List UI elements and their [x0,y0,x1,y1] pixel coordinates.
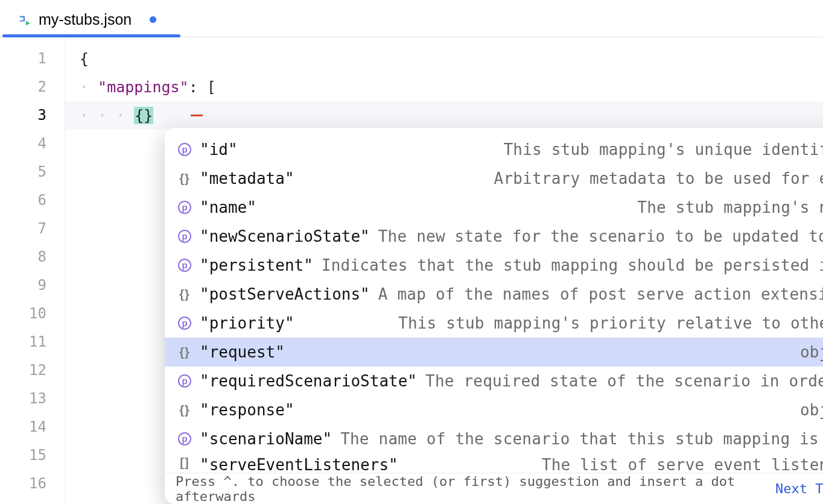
completion-item-name: "metadata" [200,169,294,187]
line-number: 7 [0,215,65,243]
object-icon: {} [178,288,191,301]
completion-tip: Press ^. to choose the selected (or firs… [176,474,775,504]
completion-popup: p "id" This stub mapping's unique identi… [165,128,823,504]
dirty-indicator-icon [150,16,156,23]
svg-marker-0 [26,20,30,25]
error-squiggle-icon [191,114,203,116]
completion-item[interactable]: p "id" This stub mapping's unique identi… [165,135,823,164]
property-icon: p [178,374,191,388]
completion-item[interactable]: p "newScenarioState" The new state for t… [165,222,823,251]
line-number: 8 [0,243,65,271]
object-icon: {} [178,172,191,185]
line-number: 2 [0,73,65,101]
property-icon: p [178,143,191,156]
completion-item-desc: The list of serve event listeners [407,456,823,473]
caret-position: {} [134,107,153,124]
completion-item-name: "persistent" [200,256,313,274]
completion-item[interactable]: [] "serveEventListeners" The list of ser… [165,453,823,473]
code-line[interactable]: { [65,45,823,73]
line-number: 6 [0,186,65,215]
completion-item[interactable]: p "persistent" Indicates that the stub m… [165,251,823,280]
completion-item-desc: The stub mapping's name [265,198,823,216]
completion-item-name: "scenarioName" [200,430,332,448]
file-tab-title: my-stubs.json [39,11,132,28]
completion-item[interactable]: {} "postServeActions" A map of the names… [165,280,823,309]
next-tip-link[interactable]: Next Tip [775,481,823,496]
line-number: 13 [0,385,65,413]
tab-bar: my-stubs.json [0,0,823,37]
line-number: 4 [0,130,65,158]
property-icon: p [178,259,191,272]
completion-item-name: "request" [200,343,285,361]
line-number: 10 [0,300,65,328]
http-json-file-icon [18,13,31,27]
completion-item[interactable]: p "scenarioName" The name of the scenari… [165,424,823,453]
completion-item-desc: The required state of the scenario in or… [425,372,823,390]
completion-item-name: "serveEventListeners" [200,456,398,473]
line-number: 1 [0,45,65,73]
completion-item[interactable]: {} "response" object [165,395,823,424]
code-area[interactable]: { · "mappings": [ · · · {} p "id" This s… [65,37,823,504]
completion-item-desc: This stub mapping's unique identifier [246,140,823,159]
completion-item-name: "response" [200,401,294,419]
completion-item-name: "newScenarioState" [200,227,370,245]
line-number: 16 [0,470,65,498]
completion-item[interactable]: p "name" The stub mapping's name [165,193,823,222]
completion-item-name: "requiredScenarioState" [200,372,417,390]
property-icon: p [178,230,191,243]
completion-footer: Press ^. to choose the selected (or firs… [165,473,823,504]
completion-item-desc: A map of the names of post serve action … [378,285,823,303]
code-line[interactable]: · · · {} [65,101,823,130]
completion-item-desc: object [303,401,823,419]
file-tab[interactable]: my-stubs.json [0,2,174,37]
line-number: 14 [0,413,65,441]
object-icon: {} [178,345,191,359]
property-icon: p [178,201,191,214]
line-number: 15 [0,441,65,470]
completion-item-name: "postServeActions" [200,285,370,303]
line-number: 9 [0,271,65,300]
line-number: 5 [0,158,65,186]
code-line[interactable]: · "mappings": [ [65,73,823,101]
line-number-gutter: 1 2 3 4 5 6 7 8 9 10 11 12 13 14 15 16 1… [0,37,65,504]
property-icon: p [178,432,191,446]
completion-item-desc: Indicates that the stub mapping should b… [322,256,823,274]
completion-item[interactable]: p "requiredScenarioState" The required s… [165,367,823,395]
completion-item-desc: Arbitrary metadata to be used for e.g. [303,169,823,187]
line-number: 11 [0,328,65,356]
line-number: 3 [0,101,65,130]
completion-item[interactable]: {} "metadata" Arbitrary metadata to be u… [165,164,823,193]
completion-item[interactable]: p "priority" This stub mapping's priorit… [165,309,823,338]
completion-item-name: "priority" [200,314,294,332]
code-editor[interactable]: 1 2 3 4 5 6 7 8 9 10 11 12 13 14 15 16 1… [0,37,823,504]
completion-item-name: "id" [200,140,238,159]
object-icon: {} [178,403,191,417]
completion-item-desc: The name of the scenario that this stub … [340,430,823,448]
property-icon: p [178,317,191,330]
completion-item[interactable]: {} "request" object [165,338,823,367]
line-number: 12 [0,356,65,385]
completion-item-desc: This stub mapping's priority relative to… [303,314,823,332]
line-number: 17 [0,498,65,504]
completion-item-desc: object [293,343,823,361]
array-icon: [] [178,456,191,469]
completion-item-desc: The new state for the scenario to be upd… [378,227,823,245]
completion-item-name: "name" [200,198,256,216]
